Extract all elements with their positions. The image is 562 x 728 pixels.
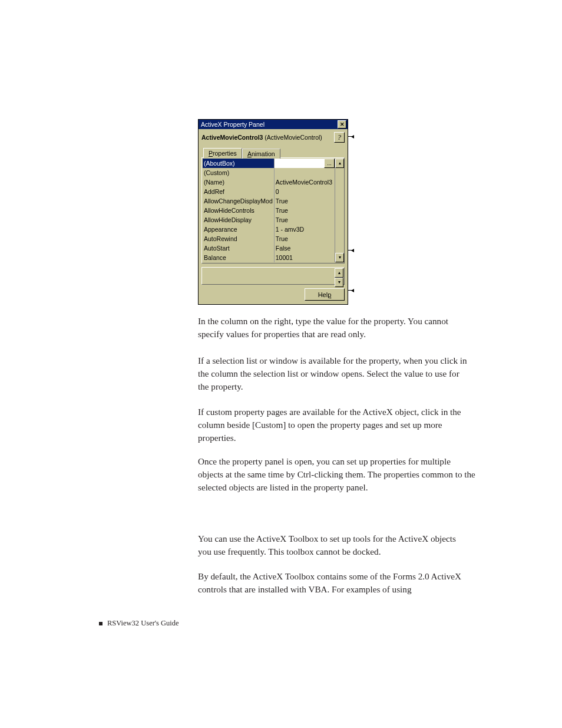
paragraph: In the column on the right, type the val… <box>198 315 469 341</box>
activex-property-panel-figure: ActiveX Property Panel ✕ ActiveMovieCont… <box>198 119 348 305</box>
property-row-name[interactable]: (Name)ActiveMovieControl3 <box>203 177 335 187</box>
desc-scroll-down-icon[interactable]: ▾ <box>335 278 343 287</box>
property-name-cell: (AboutBox) <box>203 159 274 168</box>
property-row-autorewind[interactable]: AutoRewindTrue <box>203 234 335 243</box>
property-row-allowhidedisplay[interactable]: AllowHideDisplayTrue <box>203 215 335 225</box>
property-value-text[interactable] <box>275 159 324 168</box>
ellipsis-button[interactable]: ... <box>324 159 335 168</box>
property-row-autostart[interactable]: AutoStartFalse <box>203 243 335 253</box>
description-area: ▴ ▾ <box>201 267 345 285</box>
property-value-cell[interactable]: True <box>274 234 335 243</box>
property-value-cell[interactable] <box>274 168 335 177</box>
context-help-button[interactable]: ? <box>334 132 345 143</box>
activex-property-panel: ActiveX Property Panel ✕ ActiveMovieCont… <box>198 119 348 305</box>
paragraph: You can use the ActiveX Toolbox to set u… <box>198 532 469 558</box>
property-value-cell[interactable]: False <box>274 243 335 253</box>
grid-scrollbar[interactable]: ▴ ▾ <box>335 159 343 262</box>
object-class-paren: (ActiveMovieControl) <box>265 134 322 141</box>
property-row-appearance[interactable]: Appearance1 - amv3D <box>203 225 335 234</box>
property-value-cell[interactable]: True <box>274 215 335 225</box>
property-value-cell[interactable]: True <box>274 196 335 206</box>
footer-text: RSView32 User's Guide <box>107 619 179 628</box>
page-footer: RSView32 User's Guide <box>99 619 179 628</box>
property-value-cell[interactable]: 0 <box>274 187 335 196</box>
scroll-up-icon[interactable]: ▴ <box>335 159 344 168</box>
property-name-cell: Appearance <box>203 225 274 234</box>
tab-animation-label-rest: nimation <box>252 150 275 157</box>
property-value-cell[interactable]: 1 - amv3D <box>274 225 335 234</box>
desc-scroll-up-icon[interactable]: ▴ <box>335 268 343 278</box>
property-row-aboutbox[interactable]: (AboutBox) ... <box>203 159 335 168</box>
help-row: Help <box>199 288 348 304</box>
help-button[interactable]: Help <box>305 288 345 301</box>
property-value-cell[interactable]: True <box>274 206 335 215</box>
property-row-allowchangedisplaymod[interactable]: AllowChangeDisplayModTrue <box>203 196 335 206</box>
property-row-allowhidecontrols[interactable]: AllowHideControlsTrue <box>203 206 335 215</box>
tab-properties[interactable]: Properties <box>203 148 242 158</box>
scroll-down-icon[interactable]: ▾ <box>335 253 344 262</box>
callout-arrow-icon <box>348 136 354 137</box>
properties-grid[interactable]: (AboutBox) ... (Custom) (Name)ActiveMovi… <box>203 159 335 262</box>
paragraph: If a selection list or window is availab… <box>198 354 472 393</box>
object-selector-label[interactable]: ActiveMovieControl3 (ActiveMovieControl) <box>201 134 322 141</box>
tab-animation[interactable]: Animation <box>242 149 280 159</box>
window-title: ActiveX Property Panel <box>201 121 265 128</box>
tab-properties-label-rest: roperties <box>213 150 237 157</box>
property-name-cell: (Custom) <box>203 168 274 177</box>
property-name-cell: AllowHideDisplay <box>203 215 274 225</box>
callout-arrow-icon <box>348 290 354 291</box>
property-name-cell: (Name) <box>203 177 274 187</box>
property-name-cell: AutoStart <box>203 243 274 253</box>
property-name-cell: AddRef <box>203 187 274 196</box>
property-row-addref[interactable]: AddRef0 <box>203 187 335 196</box>
property-name-cell: AllowChangeDisplayMod <box>203 196 274 206</box>
paragraph: By default, the ActiveX Toolbox contains… <box>198 570 475 596</box>
paragraph: Once the property panel is open, you can… <box>198 455 478 494</box>
titlebar[interactable]: ActiveX Property Panel ✕ <box>199 120 348 129</box>
property-name-cell: Balance <box>203 253 274 262</box>
property-name-cell: AutoRewind <box>203 234 274 243</box>
properties-grid-container: (AboutBox) ... (Custom) (Name)ActiveMovi… <box>201 157 345 263</box>
property-row-custom[interactable]: (Custom) <box>203 168 335 177</box>
bullet-icon <box>99 622 103 625</box>
property-row-balance[interactable]: Balance10001 <box>203 253 335 262</box>
page: ActiveX Property Panel ✕ ActiveMovieCont… <box>0 0 562 728</box>
property-value-cell[interactable]: 10001 <box>274 253 335 262</box>
tab-strip: Properties Animation <box>199 144 348 157</box>
callout-arrow-icon <box>348 250 354 251</box>
close-icon[interactable]: ✕ <box>338 120 346 129</box>
property-value-cell[interactable]: ... <box>274 159 335 168</box>
property-value-cell[interactable]: ActiveMovieControl3 <box>274 177 335 187</box>
object-selector-row: ActiveMovieControl3 (ActiveMovieControl)… <box>199 129 348 144</box>
object-name-bold: ActiveMovieControl3 <box>201 134 263 141</box>
paragraph: If custom property pages are available f… <box>198 406 472 444</box>
property-name-cell: AllowHideControls <box>203 206 274 215</box>
